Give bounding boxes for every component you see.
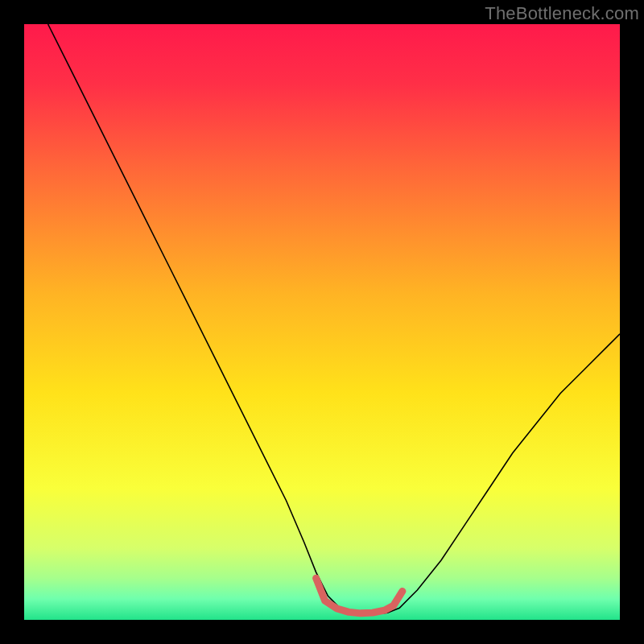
watermark-text: TheBottleneck.com: [485, 3, 639, 24]
bottleneck-chart: [24, 24, 620, 620]
plot-area: [24, 24, 620, 620]
chart-frame: TheBottleneck.com: [0, 0, 644, 644]
gradient-background: [24, 24, 620, 620]
